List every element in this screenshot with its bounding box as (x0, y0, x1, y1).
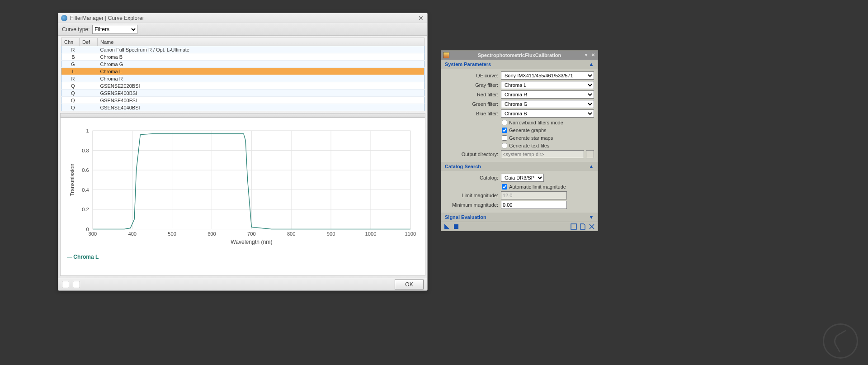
close-icon[interactable]: ✕ (590, 52, 596, 58)
collapse-icon[interactable]: ▲ (589, 163, 594, 170)
svg-text:800: 800 (287, 231, 296, 237)
col-name[interactable]: Name (98, 38, 425, 46)
svg-text:0.2: 0.2 (82, 207, 89, 212)
browse-icon[interactable] (586, 150, 594, 158)
narrowband-check[interactable] (502, 120, 507, 125)
gray-filter-select[interactable]: Chroma L (501, 81, 594, 89)
svg-text:0.6: 0.6 (82, 167, 89, 173)
chart-area: 3004005006007008009001000110000.20.40.60… (60, 118, 425, 276)
curve-type-select[interactable]: Filters (92, 25, 137, 34)
cell-chn: R (61, 75, 80, 82)
table-row[interactable]: LChroma L (61, 68, 425, 75)
green-filter-select[interactable]: Chroma G (501, 100, 594, 108)
chart-legend: — Chroma L (67, 249, 416, 260)
cell-def (80, 61, 98, 68)
curve-type-label: Curve type: (62, 26, 90, 33)
cell-name: Chroma B (98, 53, 425, 61)
red-label: Red filter: (445, 92, 501, 97)
svg-rect-34 (454, 224, 458, 229)
table-row[interactable]: RCanon Full Spectrum R / Opt. L-Ultimate (61, 46, 425, 53)
reset-icon[interactable] (589, 223, 595, 230)
qe-label: QE curve: (445, 73, 501, 78)
table-row[interactable]: QGSENSE4040BSI (61, 104, 425, 111)
svg-text:900: 900 (327, 231, 335, 237)
minimize-icon[interactable]: ▾ (583, 52, 589, 58)
section-signal-evaluation[interactable]: Signal Evaluation ▼ (441, 213, 598, 222)
ok-button[interactable]: OK (395, 280, 424, 289)
catalog-select[interactable]: Gaia DR3/SP (501, 174, 544, 182)
apply-icon[interactable] (453, 223, 459, 230)
qe-curve-select[interactable]: Sony IMX411/455/461/533/571 (501, 71, 594, 80)
spfc-titlebar[interactable]: SpectrophotometricFluxCalibration ▾ ✕ (441, 51, 598, 60)
svg-text:1000: 1000 (365, 231, 377, 237)
filtermanager-statusbar: OK (58, 278, 427, 290)
cell-name: Canon Full Spectrum R / Opt. L-Ultimate (98, 46, 425, 53)
cell-chn: G (61, 61, 80, 68)
export-pdf-icon[interactable] (62, 281, 69, 288)
cell-def (80, 68, 98, 75)
window-title: FilterManager | Curve Explorer (70, 15, 144, 21)
apply-global-icon[interactable] (571, 223, 577, 230)
minimum-magnitude-input[interactable] (501, 201, 567, 209)
filtermanager-titlebar[interactable]: FilterManager | Curve Explorer ✕ (58, 13, 427, 23)
table-row[interactable]: QGSENSE400FSI (61, 97, 425, 104)
outdir-label: Output directory: (445, 152, 501, 157)
svg-text:1100: 1100 (405, 231, 416, 237)
svg-text:Wavelength (nm): Wavelength (nm) (231, 239, 272, 245)
generate-starmaps-check[interactable] (502, 135, 507, 141)
svg-text:0.8: 0.8 (82, 148, 89, 153)
cell-chn: R (61, 46, 80, 53)
section-catalog-search[interactable]: Catalog Search ▲ (441, 162, 598, 171)
new-instance-icon[interactable] (444, 223, 450, 230)
generate-textfiles-check[interactable] (502, 143, 507, 148)
red-filter-select[interactable]: Chroma R (501, 90, 594, 99)
limit-magnitude-input[interactable] (501, 191, 567, 199)
process-icon (443, 52, 449, 58)
app-icon (61, 15, 67, 21)
spfc-title: SpectrophotometricFluxCalibration (478, 52, 561, 58)
table-row[interactable]: BChroma B (61, 53, 425, 61)
cell-def (80, 104, 98, 111)
cell-def (80, 97, 98, 104)
tile-icon[interactable] (73, 281, 80, 288)
table-row[interactable]: RChroma R (61, 75, 425, 82)
system-parameters-body: QE curve: Sony IMX411/455/461/533/571 Gr… (441, 69, 598, 162)
cell-name: GSENSE2020BSI (98, 82, 425, 90)
splitter[interactable] (60, 113, 425, 118)
cell-name: Chroma L (98, 68, 425, 75)
cell-def (80, 75, 98, 82)
table-row[interactable]: GChroma G (61, 61, 425, 68)
cell-chn: Q (61, 90, 80, 97)
catalog-body: Catalog: Gaia DR3/SP Automatic limit mag… (441, 171, 598, 213)
green-label: Green filter: (445, 101, 501, 107)
col-def[interactable]: Def (80, 38, 98, 46)
generate-graphs-check[interactable] (502, 128, 507, 133)
output-directory-input[interactable] (501, 150, 584, 158)
svg-text:0: 0 (86, 227, 89, 232)
filter-table-wrap: Chn Def Name RCanon Full Spectrum R / Op… (58, 36, 427, 111)
catalog-label: Catalog: (445, 175, 501, 180)
cell-chn: Q (61, 104, 80, 111)
svg-text:600: 600 (208, 231, 216, 237)
blue-filter-select[interactable]: Chroma B (501, 109, 594, 118)
col-chn[interactable]: Chn (61, 38, 80, 46)
cell-name: GSENSE400BSI (98, 90, 425, 97)
collapse-icon[interactable]: ▲ (589, 61, 594, 67)
transmission-chart: 3004005006007008009001000110000.20.40.60… (67, 123, 416, 249)
svg-text:Transmission: Transmission (69, 164, 75, 196)
filtermanager-toolbar: Curve type: Filters (58, 23, 427, 36)
cell-def (80, 82, 98, 90)
filter-table[interactable]: Chn Def Name RCanon Full Spectrum R / Op… (61, 38, 425, 111)
auto-limit-mag-check[interactable] (502, 184, 507, 190)
close-icon[interactable]: ✕ (417, 14, 425, 22)
expand-icon[interactable]: ▼ (589, 214, 594, 220)
table-row[interactable]: QGSENSE2020BSI (61, 82, 425, 90)
min-mag-label: Minimum magnitude: (445, 202, 501, 208)
svg-text:0.4: 0.4 (82, 187, 89, 193)
cell-chn: L (61, 68, 80, 75)
svg-marker-33 (444, 224, 450, 229)
table-row[interactable]: QGSENSE400BSI (61, 90, 425, 97)
cell-name: Chroma R (98, 75, 425, 82)
section-system-parameters[interactable]: System Parameters ▲ (441, 60, 598, 69)
docs-icon[interactable] (580, 223, 586, 230)
